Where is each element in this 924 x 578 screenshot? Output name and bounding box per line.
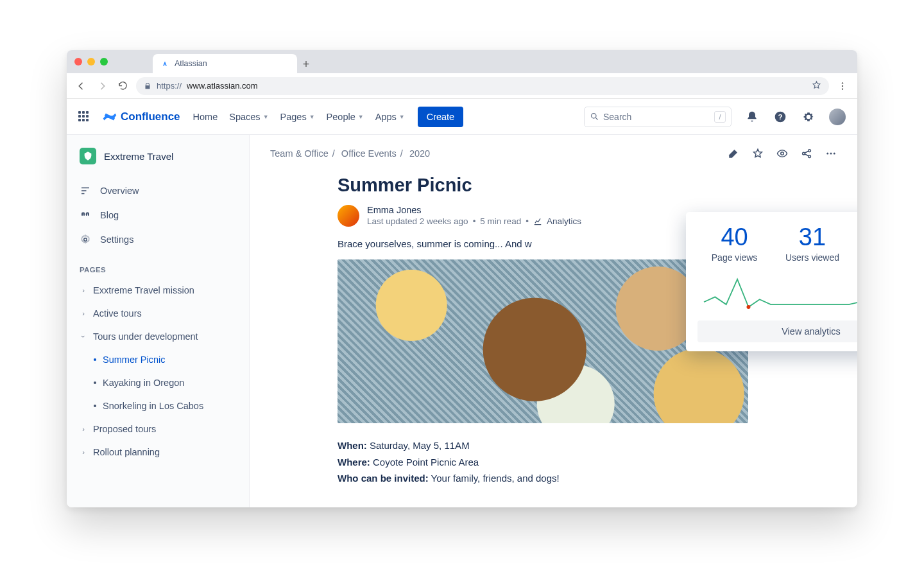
svg-point-12 [830,153,832,155]
bookmark-star-icon[interactable] [812,80,821,92]
browser-toolbar: https:// www.atlassian.com [67,73,857,99]
users-viewed-label: Users viewed [785,252,839,263]
help-icon[interactable]: ? [773,109,788,125]
search-placeholder: Search [603,112,631,122]
tree-snorkeling[interactable]: Snorkeling in Los Cabos [94,394,240,417]
address-bar[interactable]: https:// www.atlassian.com [136,77,829,95]
sidebar-overview[interactable]: Overview [76,179,240,203]
notifications-icon[interactable] [744,109,760,125]
blog-icon [80,209,91,221]
reload-button[interactable] [116,79,130,93]
sidebar: Exxtreme Travel Overview Blog Settings P… [67,135,250,507]
bullet-icon [94,405,96,407]
minimize-window-button[interactable] [87,58,95,66]
sidebar-settings[interactable]: Settings [76,227,240,252]
close-window-button[interactable] [74,58,82,66]
tree-active-tours[interactable]: ›Active tours [76,302,240,325]
chevron-right-icon: › [80,448,87,456]
view-analytics-button[interactable]: View analytics [697,320,857,342]
chevron-right-icon: › [80,286,87,294]
new-tab-button[interactable]: + [297,55,315,73]
svg-point-2 [842,88,843,89]
nav-home[interactable]: Home [193,112,218,122]
sidebar-blog[interactable]: Blog [76,203,240,227]
bullet-icon [94,358,96,361]
analytics-icon [533,217,542,226]
last-updated: Last updated 2 weeks ago [367,216,468,226]
analytics-sparkline: 4 [697,268,857,313]
overview-icon [80,185,91,197]
tab-title: Atlassian [175,59,207,68]
primary-nav: Home Spaces▼ Pages▼ People▼ Apps▼ [193,112,405,122]
where-label: Where: [338,457,370,468]
chevron-down-icon: ▼ [263,114,269,120]
analytics-popover: 40 Page views 31 Users viewed 3 Comments… [686,212,857,351]
nav-people[interactable]: People▼ [327,112,364,122]
app-switcher-icon[interactable] [78,111,90,123]
crumb-3[interactable]: 2020 [409,148,430,159]
svg-point-3 [592,114,597,119]
tree-proposed-tours[interactable]: ›Proposed tours [76,417,240,441]
gear-icon [80,234,91,245]
tree-rollout[interactable]: ›Rollout planning [76,441,240,464]
page-views-value: 40 [712,223,758,251]
crumb-1[interactable]: Team & Office [270,148,329,159]
nav-apps[interactable]: Apps▼ [375,112,405,122]
back-button[interactable] [74,79,89,93]
nav-pages[interactable]: Pages▼ [280,112,315,122]
tree-mission[interactable]: ›Exxtreme Travel mission [76,279,240,302]
maximize-window-button[interactable] [100,58,108,66]
url-scheme: https:// [157,81,182,91]
analytics-link[interactable]: Analytics [547,216,581,226]
settings-gear-icon[interactable] [801,109,816,125]
svg-point-1 [842,85,843,86]
page-content: Team & Office/ Office Events/ 2020 Summe… [250,135,857,507]
sparkline-svg [697,268,857,313]
search-input[interactable]: Search / [584,107,732,127]
author-avatar[interactable] [338,205,359,227]
edit-icon[interactable] [728,148,739,159]
author-name[interactable]: Emma Jones [367,205,581,215]
app-body: Exxtreme Travel Overview Blog Settings P… [67,135,857,507]
bullet-icon [94,381,96,384]
create-button[interactable]: Create [418,107,464,127]
url-host: www.atlassian.com [187,81,258,91]
read-time: 5 min read [480,216,521,226]
search-shortcut-hint: / [714,111,726,123]
confluence-icon [103,110,117,124]
watch-icon[interactable] [776,148,788,159]
chevron-down-icon: › [80,333,87,340]
more-icon[interactable] [825,148,837,159]
stat-users-viewed: 31 Users viewed [785,223,839,263]
browser-tab-active[interactable]: Atlassian [153,54,297,73]
users-viewed-value: 31 [785,223,839,251]
crumb-2[interactable]: Office Events [341,148,397,159]
star-icon[interactable] [752,148,764,159]
tab-bar: Atlassian + [153,50,857,73]
search-icon [590,112,599,121]
pages-section-label: PAGES [80,266,240,274]
chevron-right-icon: › [80,310,87,317]
profile-avatar[interactable] [829,109,846,125]
svg-point-7 [781,152,784,155]
svg-point-6 [84,238,87,241]
space-header[interactable]: Exxtreme Travel [76,148,240,164]
tree-kayaking[interactable]: Kayaking in Oregon [94,371,240,394]
svg-point-14 [746,305,750,309]
svg-text:?: ? [778,112,782,121]
product-logo[interactable]: Confluence [103,110,180,124]
forward-button[interactable] [95,79,109,93]
when-value: Saturday, May 5, 11AM [367,440,470,451]
space-icon [80,148,96,164]
tree-summer-picnic[interactable]: Summer Picnic [94,348,240,371]
chevron-down-icon: ▼ [358,114,364,120]
svg-point-13 [834,153,835,155]
stat-page-views: 40 Page views [712,223,758,263]
breadcrumb: Team & Office/ Office Events/ 2020 [270,148,430,159]
share-icon[interactable] [801,148,812,159]
browser-menu-button[interactable] [835,79,850,93]
tree-tours-dev[interactable]: ›Tours under development [76,325,240,348]
where-value: Coyote Point Picnic Area [370,457,479,468]
when-label: When: [338,440,367,451]
nav-spaces[interactable]: Spaces▼ [229,112,268,122]
